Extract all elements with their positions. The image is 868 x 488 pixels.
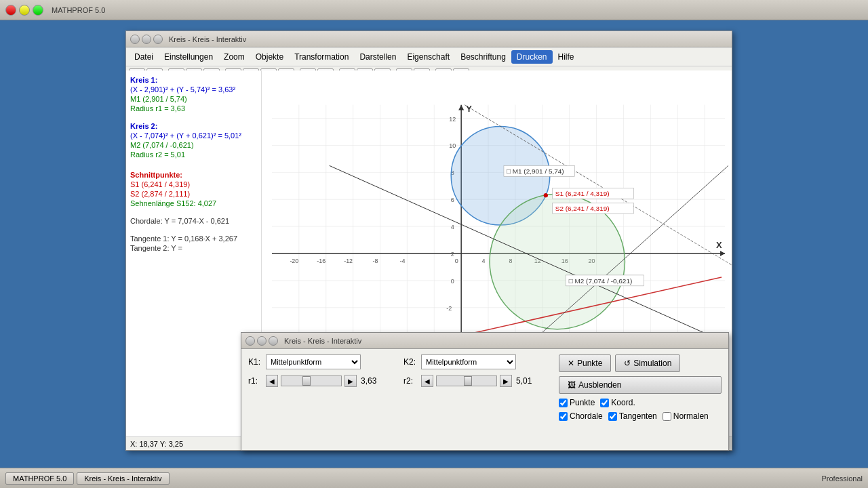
app-close-btn[interactable] bbox=[5, 5, 16, 16]
min-btn[interactable] bbox=[142, 35, 151, 44]
svg-text:12: 12 bbox=[449, 116, 456, 123]
k2-select[interactable]: Mittelpunktform bbox=[421, 354, 516, 369]
ctrl-min-btn[interactable] bbox=[257, 336, 267, 346]
svg-text:-12: -12 bbox=[344, 258, 353, 264]
ausblenden-button[interactable]: 🖼 Ausblenden bbox=[559, 376, 722, 394]
menubar: Datei Einstellungen Zoom Objekte Transfo… bbox=[126, 47, 732, 66]
r1-slider-track[interactable] bbox=[281, 375, 342, 386]
kreis2-title: Kreis 2: bbox=[130, 122, 257, 130]
r1-slider-container: ◀ ▶ bbox=[266, 375, 357, 387]
schnittpunkte-label: Schnittpunkte: bbox=[130, 171, 257, 179]
btn-row-1: ✕ Punkte ↺ Simulation bbox=[559, 354, 722, 372]
kreis2-m: M2 (7,074 / -0,621) bbox=[130, 141, 257, 149]
menu-objekte[interactable]: Objekte bbox=[250, 50, 289, 64]
r2-slider-thumb[interactable] bbox=[464, 376, 472, 386]
simulation-button[interactable]: ↺ Simulation bbox=[615, 354, 680, 372]
chordale-val: Chordale: Y = 7,074-X - 0,621 bbox=[130, 217, 257, 225]
r2-slider-track[interactable] bbox=[436, 375, 497, 386]
normalen-checkbox[interactable] bbox=[663, 412, 671, 421]
kreis1-r: Radius r1 = 3,63 bbox=[130, 104, 257, 113]
r2-slider-right[interactable]: ▶ bbox=[500, 375, 512, 387]
app-min-btn[interactable] bbox=[19, 5, 30, 16]
intersection-s2 bbox=[544, 193, 548, 197]
m1-label-text: □ M1 (2,901 / 5,74) bbox=[507, 167, 564, 175]
punkte-checkbox-label: Punkte bbox=[570, 398, 595, 407]
simulation-btn-label: Simulation bbox=[633, 359, 671, 368]
ctrl-close-btn[interactable] bbox=[245, 336, 255, 346]
menu-einstellungen[interactable]: Einstellungen bbox=[159, 50, 218, 64]
svg-text:10: 10 bbox=[449, 142, 456, 149]
koord-checkbox[interactable] bbox=[600, 399, 609, 407]
ausblenden-btn-label: Ausblenden bbox=[578, 380, 621, 390]
r2-row: r2: ◀ ▶ 5,01 bbox=[403, 375, 552, 387]
taskbar-app[interactable]: MATHPROF 5.0 bbox=[5, 472, 74, 485]
main-window-titlebar: Kreis - Kreis - Interaktiv bbox=[126, 31, 732, 47]
menu-darstellen[interactable]: Darstellen bbox=[354, 50, 401, 64]
m2-label-text: □ M2 (7,074 / -0,621) bbox=[569, 277, 633, 285]
svg-text:2: 2 bbox=[451, 251, 454, 258]
svg-text:4: 4 bbox=[451, 224, 454, 230]
normalen-checkbox-label: Normalen bbox=[673, 411, 709, 421]
r2-slider-left[interactable]: ◀ bbox=[421, 375, 433, 387]
ctrl-max-btn[interactable] bbox=[269, 336, 278, 346]
menu-hilfe[interactable]: Hilfe bbox=[553, 50, 580, 64]
ctrl-right: ✕ Punkte ↺ Simulation 🖼 Ausblenden Punkt… bbox=[559, 354, 722, 421]
svg-text:4: 4 bbox=[482, 258, 486, 264]
tangenten-checkbox-item: Tangenten bbox=[608, 411, 657, 421]
punkte-button[interactable]: ✕ Punkte bbox=[559, 354, 611, 372]
tangenten-checkbox[interactable] bbox=[608, 412, 617, 421]
chordale-checkbox-item: Chordale bbox=[559, 411, 603, 421]
k1-row: K1: Mittelpunktform bbox=[248, 354, 397, 369]
kreis2-r: Radius r2 = 5,01 bbox=[130, 150, 257, 159]
k1-select[interactable]: Mittelpunktform bbox=[266, 354, 361, 369]
menu-datei[interactable]: Datei bbox=[129, 50, 159, 64]
app-max-btn[interactable] bbox=[33, 5, 43, 16]
taskbar-edition: Professional bbox=[821, 474, 863, 483]
k2-row: K2: Mittelpunktform bbox=[403, 354, 552, 369]
k1-label: K1: bbox=[248, 357, 262, 367]
controls-window: Kreis - Kreis - Interaktiv K1: Mittelpun… bbox=[241, 332, 729, 451]
menu-beschriftung[interactable]: Beschriftung bbox=[455, 50, 511, 64]
r2-slider-container: ◀ ▶ bbox=[421, 375, 512, 387]
chordale-checkbox[interactable] bbox=[559, 412, 568, 421]
checkbox-row-1: Punkte Koord. bbox=[559, 398, 722, 407]
r2-label: r2: bbox=[403, 376, 417, 386]
r1-slider-left[interactable]: ◀ bbox=[266, 375, 278, 387]
tangente2-val: Tangente 2: Y = bbox=[130, 244, 257, 252]
kreis1-m: M1 (2,901 / 5,74) bbox=[130, 95, 257, 103]
sehnlaenge-val: Sehnenlänge S152: 4,027 bbox=[130, 199, 257, 207]
svg-text:-20: -20 bbox=[290, 258, 298, 264]
max-btn[interactable] bbox=[153, 35, 163, 44]
s2-label-text: S2 (6,241 / 4,319) bbox=[555, 205, 610, 212]
menu-transformation[interactable]: Transformation bbox=[289, 50, 354, 64]
punkte-checkbox[interactable] bbox=[559, 399, 568, 407]
k1-group: K1: Mittelpunktform r1: ◀ ▶ 3,63 bbox=[248, 354, 397, 421]
svg-text:6: 6 bbox=[451, 197, 454, 203]
menu-zoom[interactable]: Zoom bbox=[218, 50, 250, 64]
app-titlebar: MATHPROF 5.0 bbox=[0, 0, 868, 20]
close-btn[interactable] bbox=[130, 35, 140, 44]
btn-row-2: 🖼 Ausblenden bbox=[559, 376, 722, 394]
svg-text:-2: -2 bbox=[446, 305, 452, 312]
checkbox-row-2: Chordale Tangenten Normalen bbox=[559, 411, 722, 421]
svg-text:-4: -4 bbox=[399, 258, 405, 264]
menu-eigenschaft[interactable]: Eigenschaft bbox=[401, 50, 455, 64]
simulation-icon: ↺ bbox=[624, 359, 631, 368]
tangente1-val: Tangente 1: Y = 0,168·X + 3,267 bbox=[130, 235, 257, 243]
app-title: MATHPROF 5.0 bbox=[52, 6, 105, 14]
r1-value: 3,63 bbox=[361, 376, 384, 386]
s2-val: S2 (2,874 / 2,111) bbox=[130, 190, 257, 198]
x-axis-label: X bbox=[716, 240, 722, 250]
punkte-icon: ✕ bbox=[568, 359, 574, 368]
svg-text:0: 0 bbox=[451, 278, 454, 285]
r2-value: 5,01 bbox=[516, 376, 540, 386]
kreis1-eq: (X - 2,901)² + (Y - 5,74)² = 3,63² bbox=[130, 85, 257, 94]
svg-text:-16: -16 bbox=[317, 258, 326, 264]
r1-slider-thumb[interactable] bbox=[302, 376, 311, 386]
koord-checkbox-item: Koord. bbox=[600, 398, 635, 407]
r1-slider-right[interactable]: ▶ bbox=[344, 375, 357, 387]
taskbar-window[interactable]: Kreis - Kreis - Interaktiv bbox=[77, 472, 169, 485]
s1-val: S1 (6,241 / 4,319) bbox=[130, 180, 257, 188]
menu-drucken[interactable]: Drucken bbox=[511, 50, 553, 64]
s1-label-text: S1 (6,241 / 4,319) bbox=[555, 190, 610, 197]
